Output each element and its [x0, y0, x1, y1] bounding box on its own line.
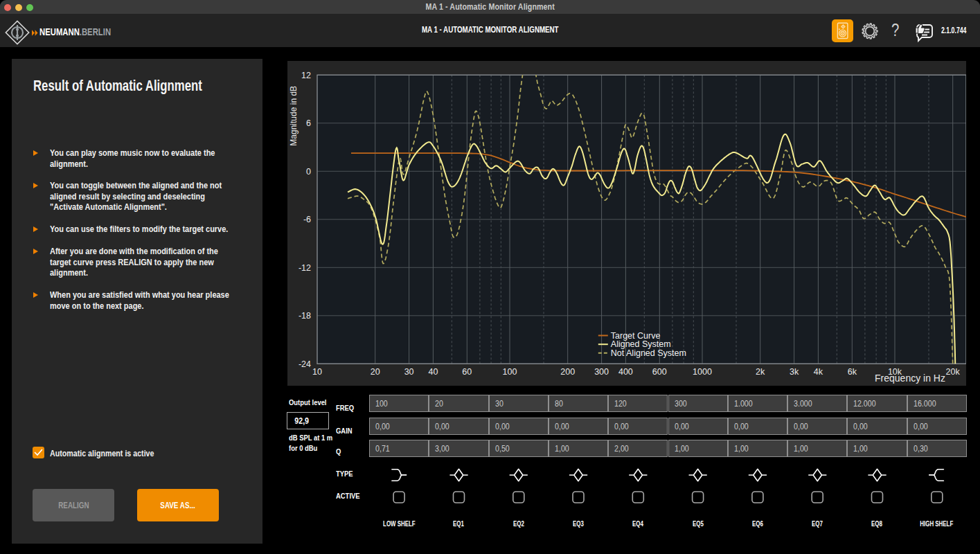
- svg-text:6: 6: [306, 118, 311, 128]
- svg-text:-12: -12: [299, 263, 311, 273]
- svg-text:200: 200: [560, 367, 575, 377]
- svg-text:4k: 4k: [814, 367, 823, 377]
- svg-text:400: 400: [618, 367, 633, 377]
- svg-text:0: 0: [306, 167, 311, 177]
- svg-text:20: 20: [371, 367, 380, 377]
- svg-text:6k: 6k: [848, 367, 857, 377]
- svg-text:10: 10: [312, 367, 322, 377]
- svg-text:30: 30: [404, 367, 414, 377]
- svg-text:3k: 3k: [790, 367, 799, 377]
- svg-text:-18: -18: [299, 311, 311, 321]
- svg-text:100: 100: [503, 367, 517, 377]
- svg-text:12: 12: [301, 71, 311, 80]
- svg-text:60: 60: [462, 367, 472, 377]
- svg-text:1000: 1000: [693, 367, 712, 377]
- svg-text:2k: 2k: [756, 367, 765, 377]
- svg-text:20k: 20k: [946, 367, 961, 377]
- svg-text:-6: -6: [303, 215, 311, 224]
- svg-text:Magnitude in dB: Magnitude in dB: [289, 86, 299, 146]
- svg-text:Frequency in Hz: Frequency in Hz: [875, 373, 945, 384]
- svg-text:300: 300: [594, 367, 609, 377]
- svg-text:Not Aligned System: Not Aligned System: [611, 348, 686, 358]
- svg-text:-24: -24: [299, 359, 311, 369]
- svg-text:40: 40: [428, 367, 438, 377]
- svg-text:600: 600: [652, 367, 667, 377]
